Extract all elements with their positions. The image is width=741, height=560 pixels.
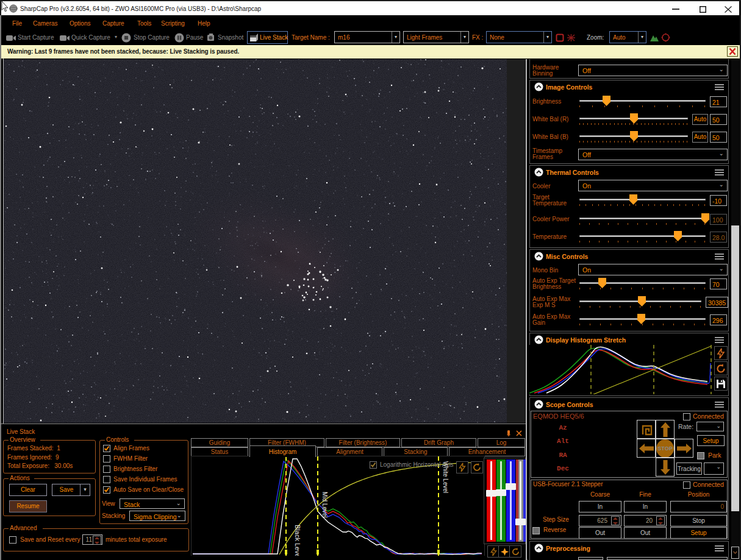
svg-text:Black Level: Black Level bbox=[294, 525, 301, 556]
svg-text:Mid Level: Mid Level bbox=[321, 492, 328, 518]
